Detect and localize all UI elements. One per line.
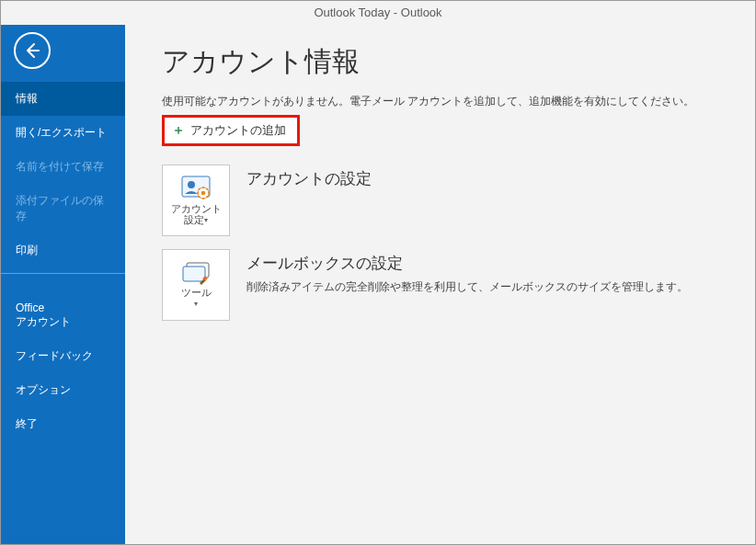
sidebar: 情報 開く/エクスポート 名前を付けて保存 添付ファイルの保存 印刷 Offic…: [1, 25, 125, 544]
svg-line-10: [207, 188, 209, 190]
window-title: Outlook Today - Outlook: [1, 1, 755, 25]
dropdown-icon: ▾: [204, 217, 208, 225]
sidebar-item-save-attachments: 添付ファイルの保存: [1, 184, 125, 233]
account-settings-icon: [181, 176, 211, 201]
page-title: アカウント情報: [162, 43, 755, 81]
tile-label: アカウント 設定 ▾: [171, 203, 222, 225]
sidebar-item-office-account[interactable]: Office アカウント: [1, 279, 125, 339]
tools-icon: [181, 261, 211, 285]
sidebar-item-label: 添付ファイルの保存: [16, 194, 104, 222]
sidebar-item-feedback[interactable]: フィードバック: [1, 339, 125, 373]
sidebar-item-exit[interactable]: 終了: [1, 407, 125, 441]
tools-tile[interactable]: ツール▾: [162, 249, 230, 321]
sidebar-item-print[interactable]: 印刷: [1, 233, 125, 267]
back-arrow-icon: [23, 41, 41, 60]
sidebar-item-label: 印刷: [16, 244, 38, 256]
svg-point-1: [188, 181, 195, 188]
dropdown-icon: ▾: [194, 301, 198, 309]
sidebar-item-label: オプション: [16, 383, 71, 396]
info-text: 使用可能なアカウントがありません。電子メール アカウントを追加して、追加機能を有…: [162, 94, 755, 109]
sidebar-item-label: 名前を付けて保存: [16, 160, 104, 173]
content-area: アカウント情報 使用可能なアカウントがありません。電子メール アカウントを追加し…: [125, 25, 755, 544]
sidebar-item-open-export[interactable]: 開く/エクスポート: [1, 116, 125, 150]
add-account-button[interactable]: ＋ アカウントの追加: [162, 115, 300, 146]
sidebar-item-save-as: 名前を付けて保存: [1, 150, 125, 184]
sidebar-separator: [1, 273, 125, 274]
sidebar-item-label: 開く/エクスポート: [16, 126, 107, 139]
account-settings-tile[interactable]: アカウント 設定 ▾: [162, 165, 230, 236]
sidebar-item-options[interactable]: オプション: [1, 373, 125, 407]
sidebar-item-info[interactable]: 情報: [1, 82, 125, 116]
sidebar-item-label: 情報: [16, 92, 38, 105]
svg-line-9: [207, 196, 209, 198]
sidebar-item-label: フィードバック: [16, 349, 93, 362]
tile-label: ツール▾: [181, 287, 212, 309]
section-title-account-settings: アカウントの設定: [246, 168, 372, 189]
svg-line-11: [199, 196, 200, 198]
svg-line-8: [199, 188, 200, 190]
add-account-label: アカウントの追加: [190, 122, 286, 139]
sidebar-item-label: 終了: [16, 417, 38, 430]
section-title-mailbox-settings: メールボックスの設定: [246, 253, 688, 274]
back-button[interactable]: [14, 32, 51, 69]
svg-rect-13: [183, 267, 205, 281]
section-desc-mailbox-settings: 削除済みアイテムの完全削除や整理を利用して、メールボックスのサイズを管理します。: [246, 279, 688, 295]
svg-point-3: [201, 191, 206, 196]
plus-icon: ＋: [172, 122, 185, 139]
sidebar-item-label: Office アカウント: [16, 301, 71, 328]
